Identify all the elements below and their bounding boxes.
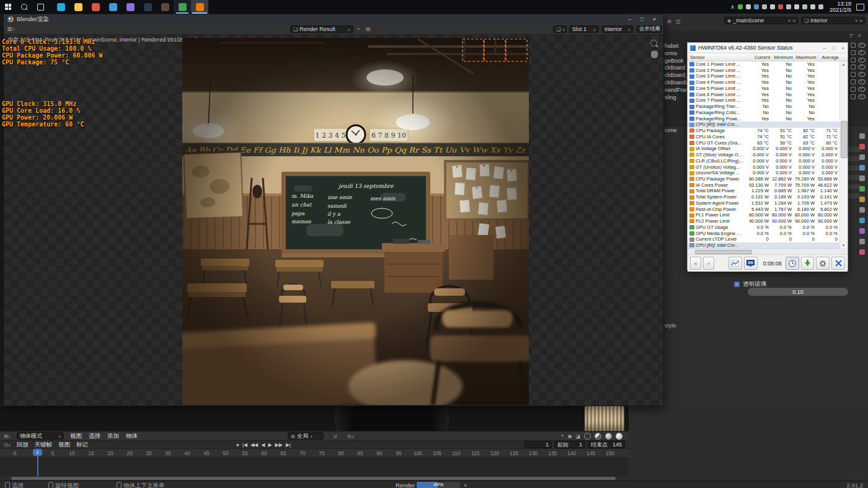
taskbar-app-file-explorer[interactable]	[69, 0, 87, 14]
properties-tab-icon[interactable]	[859, 144, 865, 149]
transport-button[interactable]: |◀	[242, 442, 247, 448]
tray-tray-3-icon[interactable]	[770, 4, 775, 9]
timeline-ruler[interactable]: -551015202530354045505560657075808590951…	[0, 448, 629, 458]
outliner-filter-icon[interactable]: ▽	[849, 33, 853, 38]
new-image-button[interactable]: +	[357, 26, 360, 32]
eye-icon[interactable]	[858, 43, 866, 48]
view-toggle-icon[interactable]: ◫	[676, 19, 681, 24]
eye-icon[interactable]	[858, 79, 866, 84]
hwinfo-sensor-row[interactable]: Core 4 Power Limit ...YesNoYes	[688, 79, 848, 86]
unlink-scene-icon[interactable]: ×	[792, 18, 795, 24]
hwinfo-sensor-row[interactable]: Core 7 Power Limit ...YesNoYes	[688, 97, 848, 104]
xray-icon[interactable]: ◪	[575, 433, 580, 439]
checkbox-icon[interactable]	[851, 79, 856, 84]
shading-wireframe-icon[interactable]	[584, 433, 591, 440]
properties-tab-icon[interactable]	[859, 218, 865, 223]
tray-tray-blue-icon[interactable]	[754, 4, 759, 9]
snapping-magnet-icon[interactable]: ∪	[334, 433, 337, 439]
outliner-item-fragment[interactable]: habet	[665, 43, 679, 49]
start-button[interactable]	[0, 0, 16, 14]
hwinfo-maximize-button[interactable]: □	[829, 45, 838, 51]
transport-button[interactable]: ▶▶	[275, 442, 283, 448]
render-pass-dropdown[interactable]: 合并结果	[636, 25, 662, 33]
orientation-dropdown[interactable]: ◍ 全局 ∨	[288, 432, 324, 440]
properties-tab-icon[interactable]	[859, 197, 865, 202]
editor-type-icon[interactable]: ⊞	[667, 19, 671, 24]
timeline-menu[interactable]: 回放	[16, 441, 28, 449]
glass-checkbox[interactable]: ✓	[734, 282, 740, 287]
viewport-menu[interactable]: 物体	[126, 432, 138, 440]
viewport-menu[interactable]: 视图	[70, 432, 82, 440]
transport-button[interactable]: ▶	[268, 442, 272, 448]
shading-rendered-icon[interactable]	[616, 433, 622, 440]
hwinfo-sensor-row[interactable]: PL2 Power Limit90.000 W90.000 W90.000 W9…	[688, 218, 848, 224]
auto-key-button[interactable]: ●	[236, 442, 239, 448]
hwinfo-titlebar[interactable]: HWiNFO64 v6.42-4360 Sensor Status – □ ×	[688, 43, 848, 53]
hwinfo-sensor-row[interactable]: System Agent Power1.531 W1.284 W1.705 W1…	[688, 200, 848, 206]
checkbox-icon[interactable]	[851, 43, 856, 48]
hwinfo-sensor-row[interactable]: Core 5 Power Limit ...YesNoYes	[688, 86, 848, 92]
tray-tray-6-icon[interactable]	[802, 4, 807, 9]
taskbar-app-edge[interactable]	[52, 0, 69, 14]
hwinfo-exit-button[interactable]	[831, 257, 845, 270]
properties-tab-icon[interactable]	[859, 175, 865, 181]
eye-icon[interactable]	[858, 64, 866, 69]
hwinfo-sensor-row[interactable]: CLR (CBo/LLC/Ring)...0.000 V0.000 V0.000…	[688, 158, 848, 164]
hwinfo-vscrollbar-thumb[interactable]	[841, 121, 848, 158]
playhead-frame-badge[interactable]: 1	[33, 449, 42, 456]
property-slider-fragment[interactable]	[848, 184, 861, 189]
hwinfo-sensor-row[interactable]: CPU Package Power60.086 W12.862 W79.289 …	[688, 176, 848, 182]
taskbar-app-mail[interactable]	[104, 0, 122, 14]
tray-hidden-icons-chevron-icon[interactable]: ∧	[730, 4, 735, 9]
properties-tab-icon[interactable]	[859, 186, 865, 192]
zoom-gizmo-icon[interactable]	[650, 40, 657, 47]
hwinfo-sensor-row[interactable]: Core 2 Power Limit ...YesNoYes	[688, 68, 848, 74]
show-gizmo-icon[interactable]: ⌖	[561, 433, 564, 439]
image-datablock-selector[interactable]: ❏ Render Result ∨	[290, 25, 353, 33]
taskbar-clock[interactable]: 13:18 2021/2/6	[827, 1, 856, 13]
tray-tray-8-icon[interactable]	[818, 4, 823, 9]
maximize-button[interactable]: □	[637, 16, 647, 22]
checkbox-icon[interactable]	[851, 87, 856, 92]
hwinfo-minimize-button[interactable]: –	[820, 45, 829, 51]
clock-button[interactable]	[786, 257, 799, 270]
eye-icon[interactable]	[858, 87, 866, 92]
tray-tray-2-icon[interactable]	[762, 4, 767, 9]
frame-end-field[interactable]: 结束点 145	[588, 441, 625, 448]
property-slider-fragment[interactable]	[848, 166, 861, 171]
hwinfo-sensor-row[interactable]: GPU GT Usage0.0 %0.0 %0.0 %0.0 %	[688, 224, 848, 231]
shading-solid-icon[interactable]	[595, 433, 601, 440]
tray-tray-5-icon[interactable]	[794, 4, 799, 9]
eye-icon[interactable]	[858, 94, 866, 99]
tray-tray-green-icon[interactable]	[738, 4, 743, 9]
taskbar-app-blender[interactable]	[191, 0, 208, 14]
image-editor-canvas[interactable]: 内存:315.48M, Peak:315.91M | _mainScene, i…	[4, 35, 663, 406]
overlays-icon[interactable]: ◉	[567, 433, 572, 439]
hwinfo-sensor-row[interactable]: CPU Package74 °C51 °C82 °C71 °C	[688, 128, 848, 134]
image-pin-dropdown[interactable]: ❏∨	[553, 25, 567, 33]
transport-button[interactable]: ◀◀	[250, 442, 258, 448]
scene-selector[interactable]: ◈ _mainScene + ×	[724, 17, 799, 24]
render-slot-dropdown[interactable]: Slot 1 ∨	[569, 25, 599, 33]
taskbar-app-hwinfo[interactable]	[174, 0, 191, 14]
show-gadget-button[interactable]	[744, 257, 758, 270]
property-slider-fragment[interactable]	[848, 156, 861, 161]
task-view-button[interactable]	[32, 0, 48, 14]
history-back-button[interactable]: «	[690, 257, 701, 270]
view-layer-dropdown[interactable]: Interior ∨	[601, 25, 634, 33]
hwinfo-hscrollbar[interactable]	[688, 249, 848, 254]
taskbar-app-app-purple[interactable]	[122, 0, 139, 14]
taskbar-app-steam[interactable]	[139, 0, 156, 14]
tray-tray-7-icon[interactable]	[810, 4, 815, 9]
hwinfo-sensor-row[interactable]: Package/Ring Critic...NoNoNo	[688, 110, 848, 116]
new-layer-icon[interactable]: +	[855, 18, 858, 24]
render-window-titlebar[interactable]: Blender渲染 – □ ×	[4, 14, 663, 24]
hwinfo-section-row[interactable]: CPU [#0]: Intel Cor...	[688, 242, 848, 249]
hwinfo-sensor-row[interactable]: IA Cores Power53.130 W7.709 W75.709 W46.…	[688, 182, 848, 189]
timeline-tracks[interactable]	[0, 457, 629, 476]
logging-start-button[interactable]	[801, 257, 815, 270]
eye-icon[interactable]	[858, 58, 866, 63]
outliner-item-fragment[interactable]: sling	[665, 94, 676, 100]
timeline-scrollbar-thumb[interactable]	[11, 477, 616, 480]
outliner-item-scene-fragment[interactable]: cene	[665, 127, 677, 133]
